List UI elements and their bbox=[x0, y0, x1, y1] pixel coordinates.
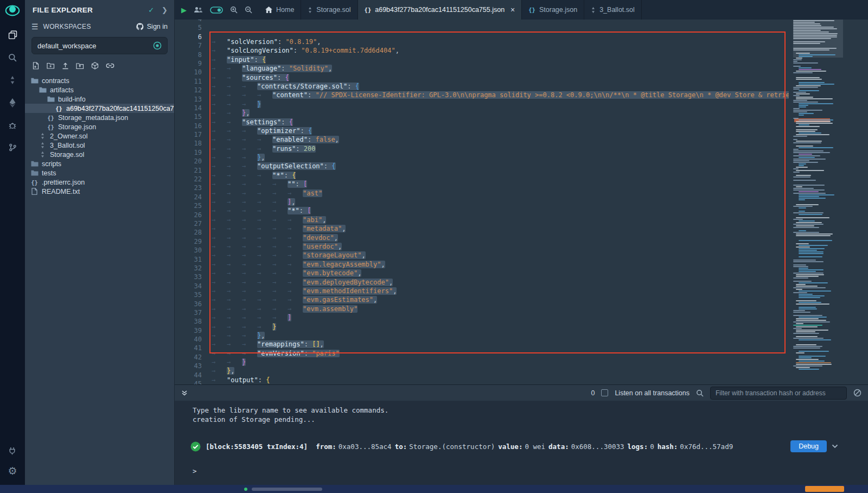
code-line[interactable]: →→→→→→"abi", bbox=[212, 216, 789, 224]
tree-item-2-owner-sol[interactable]: 2_Owner.sol bbox=[25, 131, 174, 141]
code-line[interactable]: →→→→"runs": 200 bbox=[212, 144, 789, 153]
cube-icon[interactable] bbox=[91, 62, 99, 69]
debug-button[interactable]: Debug bbox=[790, 440, 827, 452]
listen-all-checkbox[interactable] bbox=[601, 389, 608, 396]
code-line[interactable]: →"solcLongVersion": "0.8.19+commit.7dd6d… bbox=[212, 46, 789, 55]
code-line[interactable]: →→→} bbox=[212, 100, 789, 109]
code-line[interactable]: →"output": { bbox=[212, 376, 789, 384]
tree-item-storage-metadata-json[interactable]: {}Storage_metadata.json bbox=[25, 113, 174, 122]
code-line[interactable]: →→→→"*": { bbox=[212, 171, 789, 180]
code-line[interactable]: →→→→→] bbox=[212, 313, 789, 322]
remix-logo-icon[interactable] bbox=[4, 3, 21, 17]
tab-a69b43f277ba20fcac141151250ca755-json[interactable]: {}a69b43f277ba20fcac141151250ca755.json× bbox=[358, 0, 522, 20]
code-line[interactable]: →→}, bbox=[212, 109, 789, 117]
tab-storage-sol[interactable]: Storage.sol bbox=[301, 0, 358, 20]
activity-search-icon[interactable] bbox=[8, 53, 17, 62]
activity-settings-icon[interactable]: ⚙ bbox=[8, 466, 17, 476]
terminal[interactable]: Type the library name to see available c… bbox=[175, 401, 868, 485]
search-icon[interactable] bbox=[696, 389, 704, 397]
tab-home[interactable]: Home bbox=[259, 0, 301, 20]
code-line[interactable]: →→→→→"*": [ bbox=[212, 206, 789, 215]
tree-item--prettierrc-json[interactable]: {}.prettierrc.json bbox=[25, 178, 174, 187]
chevron-right-icon[interactable]: ❯ bbox=[162, 6, 168, 14]
minimap[interactable] bbox=[793, 20, 843, 384]
new-folder-icon[interactable] bbox=[47, 62, 55, 69]
sign-in-button[interactable]: Sign in bbox=[136, 23, 168, 30]
code-line[interactable]: →→"language": "Solidity", bbox=[212, 64, 789, 73]
code-line[interactable]: →"input": { bbox=[212, 55, 789, 64]
tree-item-artifacts[interactable]: artifacts bbox=[25, 85, 174, 94]
tree-item-storage-json[interactable]: {}Storage.json bbox=[25, 122, 174, 131]
code-line[interactable]: →→→→→→"ast" bbox=[212, 189, 789, 198]
code-line[interactable]: →→→→→→"evm.assembly" bbox=[212, 305, 789, 313]
activity-debugger-icon[interactable] bbox=[8, 121, 17, 130]
listen-all-label[interactable]: Listen on all transactions bbox=[615, 389, 690, 397]
code-line[interactable]: →→→→→→"evm.legacyAssembly", bbox=[212, 260, 789, 269]
code-line[interactable]: →→"sources": { bbox=[212, 73, 789, 82]
activity-plugin-manager-icon[interactable] bbox=[8, 447, 16, 455]
link-icon[interactable] bbox=[106, 63, 114, 68]
tree-item-storage-sol[interactable]: Storage.sol bbox=[25, 150, 174, 159]
close-icon[interactable]: × bbox=[510, 5, 515, 14]
tab-3-ballot-sol[interactable]: 3_Ballot.sol bbox=[584, 0, 642, 20]
code-line[interactable]: →→} bbox=[212, 358, 789, 366]
clear-console-icon[interactable] bbox=[853, 389, 861, 397]
code-line[interactable]: →→→→→→"devdoc", bbox=[212, 233, 789, 242]
code-line[interactable]: →→→"contracts/Storage.sol": { bbox=[212, 82, 789, 91]
tree-item-build-info[interactable]: build-info bbox=[25, 94, 174, 104]
terminal-prompt[interactable]: > bbox=[193, 467, 868, 475]
code-line[interactable]: →→→→→→"metadata", bbox=[212, 224, 789, 233]
tree-item-tests[interactable]: tests bbox=[25, 168, 174, 178]
code-line[interactable]: →→→}, bbox=[212, 153, 789, 162]
code-line[interactable]: →→→→→→"storageLayout", bbox=[212, 251, 789, 260]
code-line[interactable]: →→→→→"": [ bbox=[212, 180, 789, 188]
code-line[interactable]: →→"settings": { bbox=[212, 118, 789, 127]
activity-file-explorer-icon[interactable] bbox=[8, 30, 17, 40]
activity-deploy-run-icon[interactable] bbox=[9, 98, 16, 108]
tree-item-a69b43f277ba20fcac141151250ca7-[interactable]: {}a69b43f277ba20fcac141151250ca7... bbox=[25, 104, 174, 113]
zoom-in-icon[interactable] bbox=[230, 6, 238, 14]
transaction-row[interactable]: [block:5583405 txIndex:4] from:0xa03...8… bbox=[190, 440, 838, 452]
zoom-out-icon[interactable] bbox=[245, 6, 252, 14]
code-line[interactable]: →}, bbox=[212, 366, 789, 375]
workspace-circle-icon[interactable] bbox=[153, 41, 162, 50]
code-line[interactable]: →"solcVersion": "0.8.19", bbox=[212, 37, 789, 46]
hamburger-icon[interactable]: ☰ bbox=[31, 22, 39, 31]
expand-terminal-icon[interactable] bbox=[181, 390, 188, 396]
code-line[interactable]: →→→→→→"userdoc", bbox=[212, 242, 789, 251]
tree-item-contracts[interactable]: contracts bbox=[25, 76, 174, 85]
new-file-icon[interactable] bbox=[33, 62, 40, 69]
chevron-down-icon[interactable] bbox=[832, 444, 838, 448]
code-line[interactable]: →→→→→→"evm.methodIdentifiers", bbox=[212, 287, 789, 295]
code-line[interactable]: →→→→→→"evm.gasEstimates", bbox=[212, 295, 789, 304]
code-line[interactable]: →→→"optimizer": { bbox=[212, 127, 789, 135]
tree-item-readme-txt[interactable]: README.txt bbox=[25, 187, 174, 196]
activity-solidity-compiler-icon[interactable] bbox=[9, 75, 16, 85]
upload-folder-icon[interactable] bbox=[76, 62, 84, 69]
code-line[interactable]: →→→→"enabled": false, bbox=[212, 135, 789, 144]
alert-badge[interactable] bbox=[805, 486, 844, 492]
sol-icon bbox=[39, 142, 47, 149]
code-line[interactable]: →→→→} bbox=[212, 323, 789, 331]
code-editor[interactable]: 4567891011121314151617181920212223242526… bbox=[175, 20, 868, 384]
toggle-icon[interactable] bbox=[210, 7, 223, 14]
workspace-select[interactable]: default_workspace bbox=[31, 37, 168, 54]
tree-item-3-ballot-sol[interactable]: 3_Ballot.sol bbox=[25, 141, 174, 150]
tab-storage-json[interactable]: {}Storage.json bbox=[522, 0, 584, 20]
transaction-filter-input[interactable] bbox=[710, 387, 847, 400]
run-script-button[interactable]: ▶ bbox=[181, 6, 187, 14]
people-icon[interactable] bbox=[194, 7, 203, 13]
code-line[interactable]: →→→}, bbox=[212, 331, 789, 340]
activity-git-icon[interactable] bbox=[9, 143, 17, 151]
code-line[interactable]: →→→"outputSelection": { bbox=[212, 162, 789, 170]
code-line[interactable]: →→→"remappings": [], bbox=[212, 340, 789, 349]
code-line[interactable]: →→→"evmVersion": "paris" bbox=[212, 349, 789, 358]
tree-item-scripts[interactable]: scripts bbox=[25, 159, 174, 168]
code-line[interactable]: →→→→→→"evm.deployedBytecode", bbox=[212, 278, 789, 287]
code-content[interactable]: →"solcVersion": "0.8.19",→"solcLongVersi… bbox=[209, 20, 789, 384]
check-icon[interactable]: ✓ bbox=[148, 6, 154, 14]
code-line[interactable]: →→→→"content": "// SPDX-License-Identifi… bbox=[212, 91, 789, 99]
code-line[interactable]: →→→→→→"evm.bytecode", bbox=[212, 269, 789, 277]
code-line[interactable]: →→→→→], bbox=[212, 198, 789, 206]
upload-file-icon[interactable] bbox=[62, 62, 69, 69]
